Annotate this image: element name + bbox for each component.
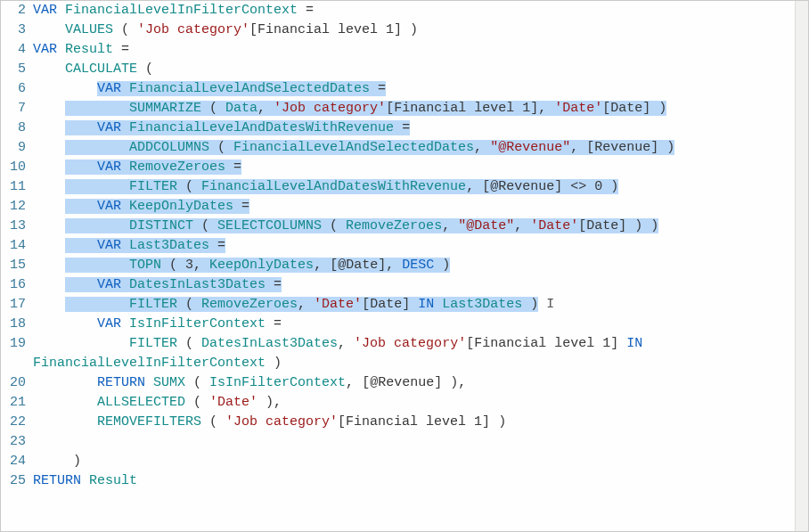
code-content[interactable]: VAR DatesInLast3Dates = <box>33 275 808 295</box>
code-line[interactable]: 5 CALCULATE ( <box>1 60 808 79</box>
text-cursor-icon: I <box>538 297 554 312</box>
code-content[interactable]: FILTER ( FinancialLevelAndDatesWithReven… <box>33 177 808 197</box>
code-line[interactable]: 3 VALUES ( 'Job category'[Financial leve… <box>1 20 808 40</box>
code-line[interactable]: 6 VAR FinancialLevelAndSelectedDates = <box>1 79 808 99</box>
code-content[interactable]: FILTER ( DatesInLast3Dates, 'Job categor… <box>33 334 808 354</box>
line-number: 25 <box>1 471 33 491</box>
code-content[interactable]: VAR Last3Dates = <box>33 236 808 256</box>
selection[interactable]: ADDCOLUMNS ( FinancialLevelAndSelectedDa… <box>65 140 674 155</box>
code-line[interactable]: 19 FILTER ( DatesInLast3Dates, 'Job cate… <box>1 334 808 354</box>
code-content[interactable]: VAR Result = <box>33 40 808 60</box>
line-number: 9 <box>1 138 33 158</box>
code-editor-scroll[interactable]: 2 VAR FinancialLevelInFilterContext = 3 … <box>1 1 808 531</box>
line-number: 16 <box>1 275 33 295</box>
code-content[interactable]: VAR FinancialLevelAndDatesWithRevenue = <box>33 119 808 138</box>
code-content[interactable]: DISTINCT ( SELECTCOLUMNS ( RemoveZeroes,… <box>33 217 808 236</box>
line-number: 4 <box>1 40 33 60</box>
code-line[interactable]: 18 VAR IsInFilterContext = <box>1 315 808 334</box>
line-number: 3 <box>1 20 33 40</box>
code-line[interactable]: 22 REMOVEFILTERS ( 'Job category'[Financ… <box>1 413 808 432</box>
code-content[interactable]: RETURN SUMX ( IsInFilterContext, [@Reven… <box>33 373 808 393</box>
code-line[interactable]: 14 VAR Last3Dates = <box>1 236 808 256</box>
code-line[interactable]: 7 SUMMARIZE ( Data, 'Job category'[Finan… <box>1 99 808 119</box>
code-content[interactable]: VAR FinancialLevelAndSelectedDates = <box>33 79 808 99</box>
scrollbar-track[interactable] <box>795 1 808 531</box>
line-number: 19 <box>1 334 33 354</box>
selection[interactable]: VAR FinancialLevelAndSelectedDates = <box>97 81 386 96</box>
code-line[interactable]: 21 ALLSELECTED ( 'Date' ), <box>1 393 808 413</box>
selection[interactable]: FILTER ( RemoveZeroes, 'Date'[Date] IN L… <box>65 297 538 312</box>
line-number: 10 <box>1 158 33 177</box>
selection[interactable]: VAR Last3Dates = <box>65 238 225 253</box>
line-number: 22 <box>1 413 33 432</box>
line-number: 17 <box>1 295 33 315</box>
code-content[interactable]: ALLSELECTED ( 'Date' ), <box>33 393 808 413</box>
line-number: 24 <box>1 452 33 471</box>
code-line[interactable]: 4 VAR Result = <box>1 40 808 60</box>
code-line[interactable]: 10 VAR RemoveZeroes = <box>1 158 808 177</box>
code-line-wrap[interactable]: FinancialLevelInFilterContext ) <box>1 354 808 373</box>
code-editor: 2 VAR FinancialLevelInFilterContext = 3 … <box>0 0 809 532</box>
code-content[interactable]: VAR KeepOnlyDates = <box>33 197 808 217</box>
code-content[interactable]: TOPN ( 3, KeepOnlyDates, [@Date], DESC ) <box>33 256 808 275</box>
line-number: 11 <box>1 177 33 197</box>
code-line[interactable]: 9 ADDCOLUMNS ( FinancialLevelAndSelected… <box>1 138 808 158</box>
code-content[interactable]: FinancialLevelInFilterContext ) <box>33 354 808 373</box>
code-line[interactable]: 15 TOPN ( 3, KeepOnlyDates, [@Date], DES… <box>1 256 808 275</box>
line-number: 23 <box>1 432 33 452</box>
line-number: 7 <box>1 99 33 119</box>
line-number: 6 <box>1 79 33 99</box>
line-number: 14 <box>1 236 33 256</box>
code-line[interactable]: 2 VAR FinancialLevelInFilterContext = <box>1 1 808 20</box>
line-number: 21 <box>1 393 33 413</box>
code-content[interactable]: FILTER ( RemoveZeroes, 'Date'[Date] IN L… <box>33 295 808 315</box>
line-number: 8 <box>1 119 33 138</box>
code-content[interactable]: VAR RemoveZeroes = <box>33 158 808 177</box>
code-line[interactable]: 20 RETURN SUMX ( IsInFilterContext, [@Re… <box>1 373 808 393</box>
code-content[interactable]: VAR IsInFilterContext = <box>33 315 808 334</box>
line-number: 18 <box>1 315 33 334</box>
line-number: 20 <box>1 373 33 393</box>
selection[interactable]: VAR FinancialLevelAndDatesWithRevenue = <box>65 120 410 135</box>
selection[interactable]: VAR DatesInLast3Dates = <box>65 277 282 292</box>
code-content[interactable]: REMOVEFILTERS ( 'Job category'[Financial… <box>33 413 808 432</box>
code-line[interactable]: 16 VAR DatesInLast3Dates = <box>1 275 808 295</box>
code-line[interactable]: 25 RETURN Result <box>1 471 808 491</box>
selection[interactable]: SUMMARIZE ( Data, 'Job category'[Financi… <box>65 101 666 116</box>
code-content[interactable]: ) <box>33 452 808 471</box>
code-line[interactable]: 8 VAR FinancialLevelAndDatesWithRevenue … <box>1 119 808 138</box>
code-content[interactable]: RETURN Result <box>33 471 808 491</box>
line-number: 12 <box>1 197 33 217</box>
code-line[interactable]: 13 DISTINCT ( SELECTCOLUMNS ( RemoveZero… <box>1 217 808 236</box>
line-number: 5 <box>1 60 33 79</box>
code-content[interactable]: SUMMARIZE ( Data, 'Job category'[Financi… <box>33 99 808 119</box>
code-content[interactable]: ADDCOLUMNS ( FinancialLevelAndSelectedDa… <box>33 138 808 158</box>
code-line[interactable]: 23 <box>1 432 808 452</box>
selection[interactable]: DISTINCT ( SELECTCOLUMNS ( RemoveZeroes,… <box>65 218 658 233</box>
selection[interactable]: VAR KeepOnlyDates = <box>65 199 249 214</box>
code-content[interactable]: VALUES ( 'Job category'[Financial level … <box>33 20 808 40</box>
code-line[interactable]: 12 VAR KeepOnlyDates = <box>1 197 808 217</box>
code-line[interactable]: 24 ) <box>1 452 808 471</box>
code-content[interactable] <box>33 432 808 452</box>
code-line[interactable]: 11 FILTER ( FinancialLevelAndDatesWithRe… <box>1 177 808 197</box>
selection[interactable]: TOPN ( 3, KeepOnlyDates, [@Date], DESC ) <box>65 258 450 273</box>
code-content[interactable]: VAR FinancialLevelInFilterContext = <box>33 1 808 20</box>
selection[interactable]: VAR RemoveZeroes = <box>65 160 241 175</box>
code-content[interactable]: CALCULATE ( <box>33 60 808 79</box>
line-number: 15 <box>1 256 33 275</box>
selection[interactable]: FILTER ( FinancialLevelAndDatesWithReven… <box>65 179 618 194</box>
line-number: 2 <box>1 1 33 20</box>
code-line[interactable]: 17 FILTER ( RemoveZeroes, 'Date'[Date] I… <box>1 295 808 315</box>
line-number: 13 <box>1 217 33 236</box>
